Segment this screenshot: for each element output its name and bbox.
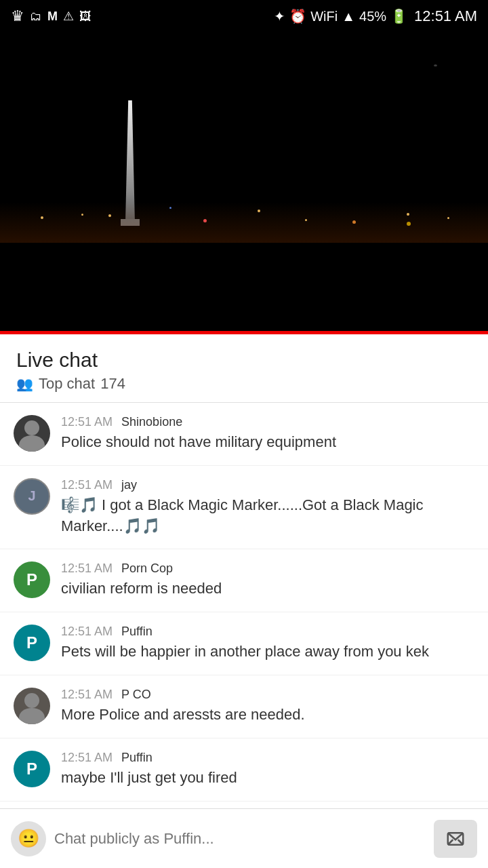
avatar: J — [14, 478, 50, 515]
light-dot — [169, 207, 171, 209]
light-dot — [81, 214, 83, 216]
message-content: 12:51 AM Porn Cop civilian reform is nee… — [61, 561, 474, 599]
message-content: 12:51 AM Puffin Pets will be happier in … — [61, 625, 474, 663]
message-meta: 12:51 AM Puffin — [61, 751, 474, 765]
chat-messages-list: 12:51 AM Shinobione Police should not ha… — [0, 403, 488, 868]
status-bar: ♛ 🗂 M ⚠ 🖼 ✦ ⏰ WiFi ▲ 45% 🔋 12:51 AM — [0, 0, 488, 33]
avatar — [14, 415, 50, 452]
top-chat-label: Top chat — [39, 375, 95, 393]
message-content: 12:51 AM Shinobione Police should not ha… — [61, 415, 474, 453]
avatar: P — [14, 625, 50, 661]
message-time: 12:51 AM — [61, 561, 113, 575]
people-icon: 👥 — [16, 376, 33, 392]
close-button[interactable] — [466, 351, 472, 366]
light-dot — [108, 214, 111, 217]
message-meta: 12:51 AM Puffin — [61, 625, 474, 639]
light-dot — [447, 217, 449, 219]
crown-icon: ♛ — [11, 7, 24, 25]
signal-icon: ▲ — [342, 9, 355, 24]
light-dot — [352, 220, 356, 224]
message-text: More Police and aressts are needed. — [61, 705, 474, 726]
message-text: Police should not have military equipmen… — [61, 432, 474, 453]
message-meta: 12:51 AM Porn Cop — [61, 561, 474, 576]
message-time: 12:51 AM — [61, 415, 113, 429]
message-meta: 12:51 AM Shinobione — [61, 415, 474, 429]
folder-icon: 🗂 — [30, 9, 42, 24]
avatar: P — [14, 751, 50, 787]
chat-input[interactable] — [54, 821, 426, 856]
light-dot — [407, 222, 411, 226]
table-row: 12:51 AM P CO More Police and aressts ar… — [0, 675, 488, 738]
filter-button[interactable] — [442, 351, 447, 366]
message-author: Porn Cop — [121, 561, 173, 575]
video-player[interactable] — [0, 33, 488, 331]
table-row: 12:51 AM Shinobione Police should not ha… — [0, 403, 488, 466]
battery-text: 45% — [359, 9, 386, 24]
message-author: Shinobione — [121, 415, 182, 429]
message-time: 12:51 AM — [61, 688, 113, 701]
table-row: J 12:51 AM jay 🎼🎵 I got a Black Magic Ma… — [0, 466, 488, 550]
message-meta: 12:51 AM jay — [61, 478, 474, 492]
wifi-icon: WiFi — [310, 9, 338, 24]
message-author: Puffin — [121, 751, 152, 764]
avatar — [14, 688, 50, 724]
light-dot — [203, 219, 207, 222]
emoji-button[interactable]: 😐 — [11, 821, 46, 856]
message-content: 12:51 AM P CO More Police and aressts ar… — [61, 688, 474, 726]
light-dot — [305, 219, 307, 221]
alarm-icon: ⏰ — [289, 8, 306, 24]
message-time: 12:51 AM — [61, 751, 113, 764]
message-meta: 12:51 AM P CO — [61, 688, 474, 702]
chat-input-bar: 😐 — [0, 808, 488, 868]
message-content: 12:51 AM Puffin maybe I'll just get you … — [61, 751, 474, 789]
emoji-icon: 😐 — [18, 828, 39, 849]
message-content: 12:51 AM jay 🎼🎵 I got a Black Magic Mark… — [61, 478, 474, 537]
time-display: 12:51 AM — [414, 7, 477, 25]
city-lights-graphic — [0, 202, 488, 243]
live-chat-subtitle: 👥 Top chat 174 — [16, 375, 125, 393]
status-icons-right: ✦ ⏰ WiFi ▲ 45% 🔋 12:51 AM — [274, 7, 477, 25]
message-text: maybe I'll just get you fired — [61, 768, 474, 789]
live-chat-header: Live chat 👥 Top chat 174 — [0, 334, 488, 403]
message-text: civilian reform is needed — [61, 578, 474, 599]
image-icon: 🖼 — [79, 9, 92, 24]
video-content — [0, 33, 488, 331]
table-row: P 12:51 AM Porn Cop civilian reform is n… — [0, 549, 488, 612]
light-dot — [407, 213, 409, 216]
mastodon-icon: M — [47, 9, 58, 24]
avatar: P — [14, 561, 50, 598]
light-dot — [258, 210, 260, 212]
battery-icon: 🔋 — [390, 8, 407, 24]
live-chat-title-area: Live chat 👥 Top chat 174 — [16, 348, 125, 393]
table-row: P 12:51 AM Puffin Pets will be happier i… — [0, 612, 488, 675]
light-dot — [41, 216, 43, 219]
status-icons-left: ♛ 🗂 M ⚠ 🖼 — [11, 7, 92, 25]
warning-icon: ⚠ — [63, 9, 74, 24]
light-dot — [434, 64, 437, 66]
live-chat-actions — [442, 348, 472, 366]
bluetooth-icon: ✦ — [274, 8, 285, 24]
message-author: Puffin — [121, 625, 152, 638]
message-time: 12:51 AM — [61, 625, 113, 638]
message-author: jay — [121, 478, 137, 492]
table-row: P 12:51 AM Puffin maybe I'll just get yo… — [0, 738, 488, 802]
send-icon — [445, 829, 466, 849]
live-chat-title: Live chat — [16, 348, 125, 372]
message-text: Pets will be happier in another place aw… — [61, 642, 474, 663]
send-button[interactable] — [434, 820, 477, 858]
viewer-count: 174 — [100, 375, 125, 393]
message-author: P CO — [121, 688, 151, 701]
message-time: 12:51 AM — [61, 478, 113, 492]
message-text: 🎼🎵 I got a Black Magic Marker......Got a… — [61, 495, 474, 537]
